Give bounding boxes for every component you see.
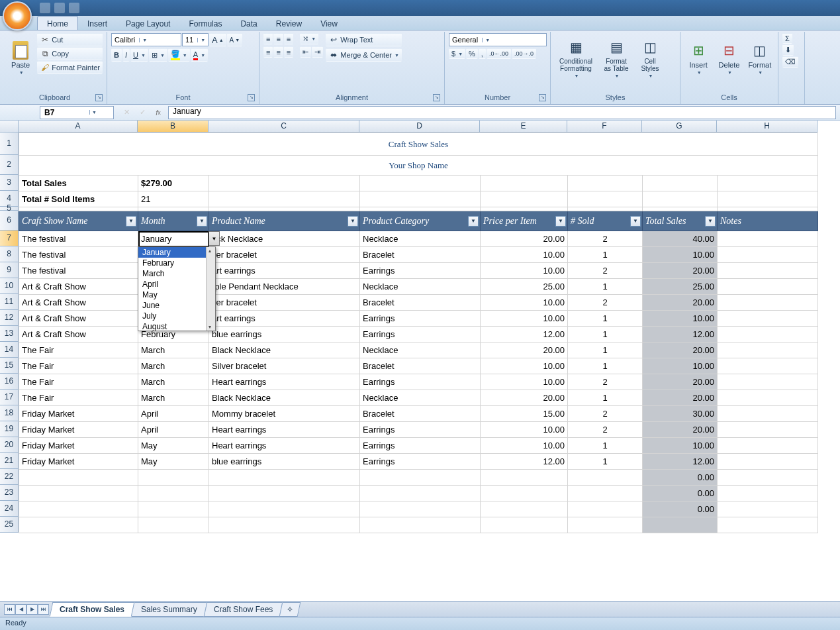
column-header-D[interactable]: D	[359, 121, 480, 132]
cell[interactable]: 1	[568, 358, 643, 374]
cell[interactable]: The Fair	[19, 374, 138, 390]
cell[interactable]	[209, 517, 360, 533]
cell[interactable]	[718, 176, 818, 191]
cell[interactable]: Mommy bracelet	[209, 406, 360, 422]
filter-button[interactable]: ▼	[555, 216, 566, 227]
cell[interactable]: 2	[568, 263, 643, 279]
cell[interactable]: March	[138, 390, 209, 406]
row-header-19[interactable]: 19	[0, 421, 19, 437]
cell[interactable]	[568, 470, 643, 486]
cell[interactable]: 10.00	[643, 311, 718, 327]
align-bottom-button[interactable]: ≡	[284, 33, 293, 44]
cell[interactable]	[481, 191, 568, 207]
cell[interactable]: Heart earrings	[209, 422, 360, 438]
cell[interactable]	[718, 358, 818, 374]
qat-undo-icon[interactable]	[54, 3, 65, 13]
row-header-9[interactable]: 9	[0, 262, 19, 278]
format-as-table-button[interactable]: ▤Format as Table▼	[600, 33, 633, 82]
cell[interactable]	[718, 406, 818, 422]
cell[interactable]: 1	[568, 327, 643, 342]
cell[interactable]	[718, 231, 818, 247]
cell[interactable]: 20.00	[481, 342, 568, 358]
cell[interactable]: Friday Market	[19, 406, 138, 422]
month-dropdown[interactable]: JanuaryFebruaryMarchAprilMayJuneJulyAugu…	[138, 246, 216, 331]
cell[interactable]: 12.00	[643, 327, 718, 342]
cell[interactable]: 10.00	[481, 438, 568, 454]
cell[interactable]: 20.00	[643, 342, 718, 358]
cell[interactable]: Total # Sold Items	[19, 191, 138, 207]
decrease-indent-button[interactable]: ⇤	[300, 46, 311, 58]
cell[interactable]	[19, 486, 138, 501]
font-size-combo[interactable]: 11▼	[182, 33, 209, 46]
cell[interactable]: 10.00	[481, 422, 568, 438]
cell[interactable]: Necklace	[360, 390, 481, 406]
cell[interactable]: 10.00	[481, 247, 568, 263]
cell[interactable]	[643, 517, 718, 533]
office-button[interactable]	[3, 1, 32, 30]
cell[interactable]	[209, 486, 360, 501]
increase-indent-button[interactable]: ⇥	[312, 46, 323, 58]
cell[interactable]	[718, 311, 818, 327]
sheet-tab-sales-summary[interactable]: Sales Summary	[131, 602, 207, 617]
font-color-button[interactable]: A▼	[191, 48, 208, 62]
bold-button[interactable]: B	[111, 48, 122, 62]
cell[interactable]: 12.00	[481, 454, 568, 470]
row-header-11[interactable]: 11	[0, 294, 19, 310]
cell[interactable]: The Fair	[19, 390, 138, 406]
cell[interactable]: 15.00	[481, 406, 568, 422]
cell[interactable]	[481, 176, 568, 191]
cell[interactable]	[19, 517, 138, 533]
cell[interactable]: 2	[568, 231, 643, 247]
align-right-button[interactable]: ≡	[284, 46, 293, 58]
row-header-1[interactable]: 1	[0, 132, 19, 155]
cell[interactable]: The Fair	[19, 358, 138, 374]
cell[interactable]	[718, 374, 818, 390]
clear-button[interactable]: ⌫	[782, 56, 798, 68]
cell[interactable]: 20.00	[643, 295, 718, 311]
cell[interactable]: Bracelet	[360, 247, 481, 263]
cell[interactable]	[481, 517, 568, 533]
filter-button[interactable]: ▼	[705, 216, 716, 227]
cell[interactable]: Black Necklace	[209, 342, 360, 358]
number-format-combo[interactable]: General▼	[449, 33, 547, 46]
cell[interactable]: 12.00	[481, 327, 568, 342]
dropdown-option[interactable]: February	[138, 258, 215, 268]
format-cells-button[interactable]: ◫Format▼	[746, 33, 774, 82]
cell[interactable]: Product Category▼	[360, 211, 481, 231]
cell[interactable]	[718, 342, 818, 358]
cell[interactable]: 0.00	[643, 501, 718, 517]
insert-cells-button[interactable]: ⊞Insert▼	[684, 33, 712, 82]
sheet-tab-craft-show-fees[interactable]: Craft Show Fees	[203, 602, 283, 617]
select-all-button[interactable]	[0, 121, 19, 132]
cell[interactable]: 1	[568, 311, 643, 327]
border-button[interactable]: ⊞▼	[149, 48, 167, 62]
underline-button[interactable]: U▼	[130, 48, 148, 62]
align-top-button[interactable]: ≡	[263, 33, 273, 44]
row-header-10[interactable]: 10	[0, 278, 19, 294]
decrease-decimal-button[interactable]: .00→.0	[512, 48, 536, 59]
cell[interactable]	[138, 517, 209, 533]
cell[interactable]	[643, 176, 718, 191]
cell[interactable]: 10.00	[643, 247, 718, 263]
cell[interactable]: Friday Market	[19, 438, 138, 454]
cell[interactable]: Art & Craft Show	[19, 327, 138, 342]
cell[interactable]	[718, 390, 818, 406]
row-header-25[interactable]: 25	[0, 517, 19, 533]
cell[interactable]: 0.00	[643, 470, 718, 486]
cell[interactable]	[568, 486, 643, 501]
cell[interactable]	[19, 501, 138, 517]
cell[interactable]: 30.00	[643, 406, 718, 422]
fill-button[interactable]: ⬇	[782, 44, 794, 56]
cell[interactable]	[360, 191, 481, 207]
grow-font-button[interactable]: A▲	[209, 33, 226, 46]
cell[interactable]	[209, 470, 360, 486]
tab-formulas[interactable]: Formulas	[179, 17, 231, 30]
cell[interactable]	[209, 191, 360, 207]
cell[interactable]: January	[138, 231, 209, 247]
row-header-15[interactable]: 15	[0, 358, 19, 374]
row-header-17[interactable]: 17	[0, 390, 19, 405]
cell[interactable]: 25.00	[481, 279, 568, 295]
row-header-22[interactable]: 22	[0, 469, 19, 485]
dialog-launcher-icon[interactable]: ↘	[433, 94, 440, 101]
cell[interactable]: 10.00	[481, 311, 568, 327]
